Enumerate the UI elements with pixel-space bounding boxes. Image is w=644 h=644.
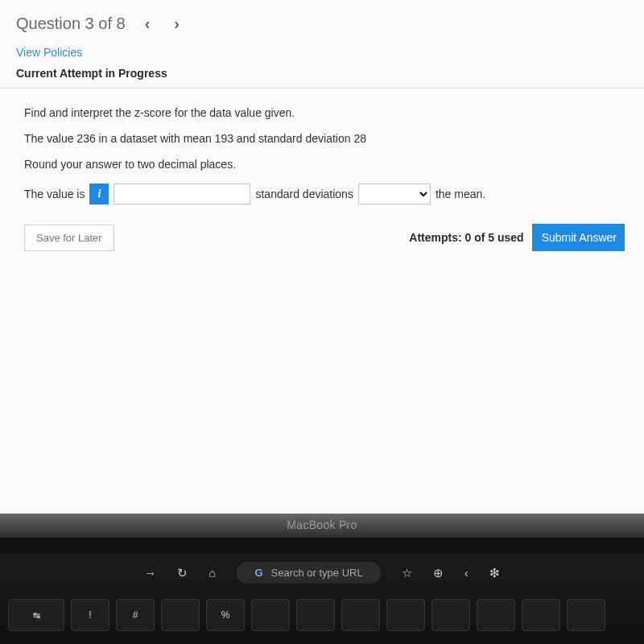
reload-icon[interactable]: ↻ — [177, 566, 188, 580]
question-title: Question 3 of 8 — [16, 14, 126, 33]
key-12 — [567, 599, 605, 631]
save-for-later-button[interactable]: Save for Later — [24, 225, 114, 251]
prev-question-button[interactable]: ‹ — [140, 14, 155, 33]
view-policies-link[interactable]: View Policies — [0, 41, 644, 64]
sparkle-icon[interactable]: ❇ — [489, 566, 500, 580]
key-1: ! — [71, 599, 109, 631]
add-icon[interactable]: ⊕ — [433, 566, 444, 580]
question-header: Question 3 of 8 ‹ › — [0, 0, 644, 41]
question-body: Find and interpret the z-score for the d… — [0, 88, 644, 267]
omnibox-placeholder: Search or type URL — [271, 567, 363, 579]
laptop-bezel-label: MacBook Pro — [0, 518, 644, 531]
info-icon[interactable]: i — [89, 184, 109, 204]
key-6 — [296, 599, 335, 631]
key-5 — [251, 599, 290, 631]
laptop-bezel: MacBook Pro — [0, 514, 644, 538]
direction-select[interactable] — [358, 184, 431, 204]
key-11 — [522, 599, 560, 631]
key-tab: ↹ — [8, 599, 64, 631]
laptop-keyboard: → ↻ ⌂ G Search or type URL ☆ ⊕ ‹ ❇ ↹ ! #… — [0, 554, 644, 644]
key-2: # — [116, 599, 155, 631]
laptop-hinge — [0, 538, 644, 554]
quiz-container: Question 3 of 8 ‹ › View Policies Curren… — [0, 0, 644, 515]
back-icon[interactable]: → — [144, 566, 156, 580]
omnibox[interactable]: G Search or type URL — [237, 562, 380, 584]
browser-toolbar: → ↻ ⌂ G Search or type URL ☆ ⊕ ‹ ❇ — [0, 562, 644, 584]
question-line-1: Find and interpret the z-score for the d… — [24, 106, 625, 119]
key-10 — [477, 599, 515, 631]
chevron-left-icon[interactable]: ‹ — [464, 566, 469, 580]
next-question-button[interactable]: › — [169, 14, 184, 33]
answer-suffix: the mean. — [436, 188, 485, 200]
answer-mid-text: standard deviations — [255, 188, 353, 200]
submit-answer-button[interactable]: Submit Answer — [532, 224, 625, 251]
question-line-2: The value 236 in a dataset with mean 193… — [24, 132, 625, 145]
zscore-input[interactable] — [114, 184, 250, 204]
answer-prefix: The value is — [24, 188, 85, 200]
key-8 — [386, 599, 425, 631]
footer-right: Attempts: 0 of 5 used Submit Answer — [409, 224, 625, 251]
key-3 — [161, 599, 200, 631]
question-line-3: Round your answer to two decimal places. — [24, 158, 625, 171]
keyboard-row: ↹ ! # % — [0, 599, 644, 631]
attempt-status-label: Current Attempt in Progress — [0, 64, 644, 88]
attempts-text: Attempts: 0 of 5 used — [409, 231, 523, 244]
key-4: % — [206, 599, 245, 631]
star-icon[interactable]: ☆ — [402, 566, 412, 580]
key-9 — [431, 599, 470, 631]
key-7 — [341, 599, 380, 631]
question-footer: Save for Later Attempts: 0 of 5 used Sub… — [24, 224, 625, 251]
answer-row: The value is i standard deviations the m… — [24, 184, 625, 204]
home-icon[interactable]: ⌂ — [208, 566, 216, 580]
google-icon: G — [254, 567, 262, 579]
